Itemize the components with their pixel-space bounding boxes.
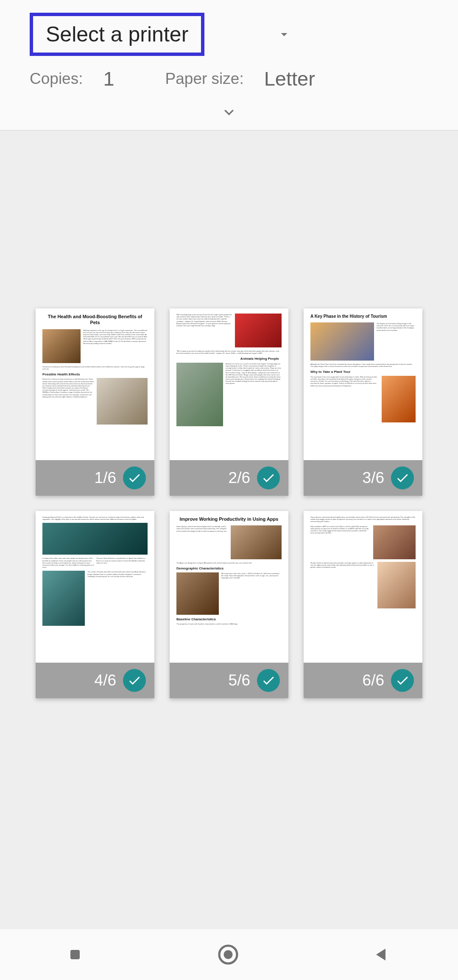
- page-footer: 6/6: [304, 663, 422, 698]
- page-content: A Key Phase in the History of Tourism Th…: [304, 308, 422, 460]
- body-text: Smart devices and internet-based applica…: [310, 516, 416, 523]
- page-number: 5/6: [229, 672, 250, 689]
- chevron-down-icon[interactable]: [276, 27, 292, 42]
- back-button[interactable]: [372, 944, 392, 965]
- svg-rect-0: [70, 950, 80, 959]
- image-mountain: [42, 571, 85, 626]
- body-text: "We're trying to tap into the subjective…: [176, 350, 282, 354]
- printer-label: Select a printer: [46, 22, 188, 46]
- page-content: The Health and Mood-Boosting Benefits of…: [36, 308, 154, 460]
- copies-value[interactable]: 1: [103, 67, 114, 90]
- body-text: Although the Grand Tour has been examine…: [310, 363, 416, 367]
- body-text: Scientists are looking at what the poten…: [42, 366, 148, 370]
- page-number: 4/6: [95, 672, 116, 689]
- body-text: Greater levels of advanced practice prov…: [310, 562, 375, 608]
- body-text: Animals can serve as a source of comfort…: [226, 363, 282, 426]
- chevron-down-icon: [220, 103, 238, 122]
- paper-size-value[interactable]: Letter: [264, 67, 315, 90]
- page-footer: 5/6: [170, 663, 288, 698]
- page-thumbnail[interactable]: Improve Working Productivity in Using Ap…: [170, 511, 288, 698]
- print-settings-row: Copies: 1 Paper size: Letter: [30, 67, 428, 90]
- doc-subtitle-2: Baseline Characteristics: [176, 617, 282, 622]
- body-text: All consecutive users from June 1, 2016 …: [221, 572, 282, 615]
- select-printer-dropdown[interactable]: Select a printer: [30, 13, 204, 56]
- body-text: NIH is funding large-scale surveys to fi…: [176, 314, 232, 347]
- image-pets-red: [235, 314, 282, 347]
- page-content: Smart devices and internet-based applica…: [304, 511, 422, 663]
- page-selected-check[interactable]: [257, 466, 280, 489]
- home-button[interactable]: [216, 943, 240, 966]
- page-preview-grid: The Health and Mood-Boosting Benefits of…: [0, 292, 458, 715]
- page-number: 3/6: [363, 469, 384, 487]
- body-text: The royal land is the most sought after …: [310, 376, 379, 422]
- page-selected-check[interactable]: [391, 669, 414, 692]
- page-thumbnail[interactable]: A Key Phase in the History of Tourism Th…: [304, 308, 422, 496]
- doc-subtitle: Possible Health Effects: [42, 372, 148, 377]
- page-footer: 4/6: [36, 663, 154, 698]
- image-cat-plant: [176, 363, 223, 426]
- page-footer: 1/6: [36, 460, 154, 496]
- doc-title: Improve Working Productivity in Using Ap…: [176, 516, 282, 522]
- page-selected-check[interactable]: [123, 669, 146, 692]
- copies-label: Copies:: [30, 70, 83, 88]
- printer-select-row: Select a printer: [30, 13, 428, 56]
- page-thumbnail[interactable]: The Health and Mood-Boosting Benefits of…: [36, 308, 154, 496]
- body-text: Smart devices and internet-based applica…: [176, 525, 228, 559]
- page-selected-check[interactable]: [391, 466, 414, 489]
- image-dog: [97, 378, 148, 425]
- page-content: Kaziranga National Park is a showcase to…: [36, 511, 154, 663]
- body-text: The main food of Kerala is unpolished ri…: [96, 557, 148, 568]
- doc-title: A Key Phase in the History of Tourism: [310, 314, 416, 319]
- body-text: In today's time when more and more peopl…: [42, 557, 94, 568]
- body-text: The cuisine of Kerala also offers severa…: [87, 571, 148, 626]
- body-text: Kaziranga National Park is a showcase to…: [42, 516, 148, 520]
- image-eiffel: [382, 376, 416, 422]
- image-woman: [373, 525, 416, 559]
- android-nav-bar: [0, 929, 458, 980]
- body-text: The App is not designed to compare AR pa…: [176, 562, 282, 564]
- doc-subtitle: Why to Take a Plant Tour: [310, 370, 416, 374]
- doc-subtitle: Demographic Characteristics: [176, 566, 282, 571]
- body-text: Nothing compares to the joy of coming ho…: [83, 329, 148, 363]
- doc-subtitle: Animals Helping People: [176, 357, 279, 361]
- print-options-header: Select a printer Copies: 1 Paper size: L…: [0, 0, 458, 130]
- image-street: [310, 322, 374, 361]
- recent-apps-button[interactable]: [66, 945, 84, 964]
- image-pier: [42, 523, 148, 555]
- body-text: The degree of continuity and big change …: [377, 322, 416, 361]
- body-text: EQs available in APP are used across EQs…: [310, 525, 371, 559]
- page-thumbnail[interactable]: Smart devices and internet-based applica…: [304, 511, 422, 698]
- image-woman-laptop: [377, 562, 416, 608]
- page-number: 6/6: [363, 672, 384, 689]
- doc-title: The Health and Mood-Boosting Benefits of…: [42, 314, 148, 326]
- paper-size-label: Paper size:: [165, 70, 244, 88]
- expand-settings-button[interactable]: [30, 103, 428, 122]
- body-text: The proportion of users with baseline ch…: [176, 623, 282, 625]
- page-thumbnail[interactable]: Kaziranga National Park is a showcase to…: [36, 511, 154, 698]
- page-selected-check[interactable]: [257, 669, 280, 692]
- page-footer: 3/6: [304, 460, 422, 496]
- page-number: 2/6: [229, 469, 250, 487]
- page-footer: 2/6: [170, 460, 288, 496]
- image-cat: [42, 329, 81, 363]
- page-number: 1/6: [95, 469, 116, 487]
- page-content: Improve Working Productivity in Using Ap…: [170, 511, 288, 663]
- image-office: [231, 525, 282, 559]
- svg-point-2: [223, 950, 232, 959]
- page-thumbnail[interactable]: NIH is funding large-scale surveys to fi…: [170, 308, 288, 496]
- body-text: Research on human-animal interactions is…: [42, 378, 94, 425]
- page-content: NIH is funding large-scale surveys to fi…: [170, 308, 288, 460]
- page-selected-check[interactable]: [123, 466, 146, 489]
- image-office-desk: [176, 572, 219, 615]
